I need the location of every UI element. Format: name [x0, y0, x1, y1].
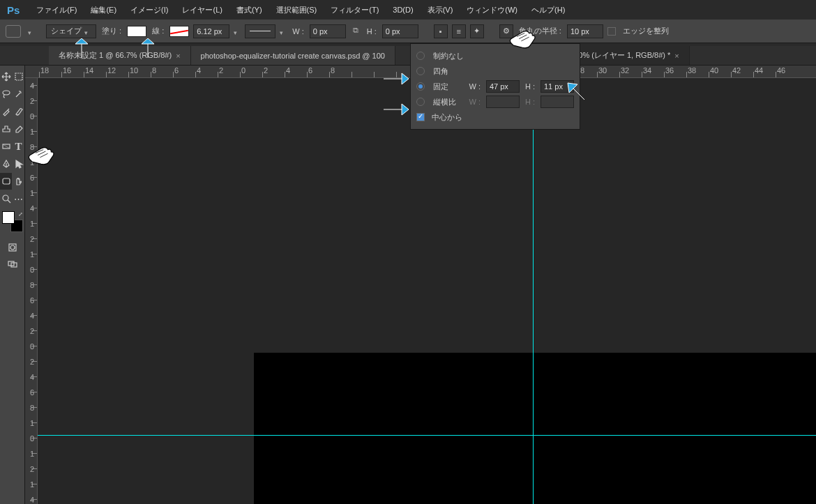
swap-colors-icon[interactable]: ⤢	[18, 211, 23, 217]
menu-bar: Ps ファイル(F) 編集(E) イメージ(I) レイヤー(L) 書式(Y) 選…	[0, 0, 816, 20]
tab-label: 1600% (レイヤー 1, RGB/8#) *	[566, 50, 670, 61]
guide-horizontal[interactable]	[38, 435, 816, 436]
app-logo: Ps	[7, 4, 20, 16]
option-fixed[interactable]: 固定 W : H :	[416, 79, 574, 94]
prop-w-label: W :	[469, 98, 481, 106]
tool-preset-dropdown-icon[interactable]	[28, 28, 35, 35]
align-edges-checkbox[interactable]	[607, 27, 616, 36]
hand-tool[interactable]	[13, 173, 24, 190]
fixed-width-input[interactable]	[486, 80, 520, 93]
ruler-vertical: 4201816141210864202468101214	[25, 78, 38, 504]
screen-mode-icon[interactable]	[6, 256, 18, 273]
tab-label: photoshop-equalizer-tutorial create canv…	[201, 52, 385, 60]
fill-label: 塗り :	[102, 26, 121, 36]
gradient-tool[interactable]	[0, 138, 12, 155]
stroke-color-swatch[interactable]	[169, 26, 189, 37]
width-input[interactable]	[310, 24, 346, 38]
brush-tool[interactable]	[13, 103, 24, 120]
fill-color-swatch[interactable]	[127, 26, 146, 37]
radio-label: 固定	[433, 82, 448, 92]
options-bar: シェイプ 塗り : 線 : W : ⧉ H : ▪ ≡ ✦ ⚙ 角丸の半径 : …	[0, 20, 816, 43]
path-select-tool[interactable]	[13, 155, 24, 172]
fixed-h-label: H :	[525, 82, 535, 91]
stroke-width-dropdown-icon[interactable]	[234, 28, 241, 35]
move-tool[interactable]	[0, 68, 12, 85]
canvas[interactable]	[38, 78, 816, 504]
option-from-center[interactable]: 中心から	[416, 109, 574, 125]
svg-point-6	[10, 245, 15, 250]
stamp-tool[interactable]	[0, 121, 12, 137]
menu-image[interactable]: イメージ(I)	[126, 2, 172, 18]
menu-edit[interactable]: 編集(E)	[86, 2, 121, 18]
close-icon[interactable]: ×	[176, 52, 180, 60]
menu-filter[interactable]: フィルター(T)	[326, 2, 383, 18]
align-edges-label: エッジを整列	[623, 26, 669, 36]
radio-label: 制約なし	[433, 51, 464, 61]
width-label: W :	[292, 27, 304, 36]
document-tabs: 名称未設定 1 @ 66.7% (RGB/8#) × photoshop-equ…	[0, 46, 816, 66]
fixed-w-label: W :	[469, 82, 481, 91]
radio-label: 縦横比	[433, 97, 456, 107]
menu-help[interactable]: ヘルプ(H)	[527, 2, 569, 18]
canvas-image	[254, 353, 816, 504]
prop-h-label: H :	[525, 98, 535, 106]
magic-wand-tool[interactable]	[13, 86, 24, 102]
pen-tool[interactable]	[0, 155, 12, 172]
chevron-down-icon	[84, 28, 91, 35]
quickmask-icon[interactable]	[6, 239, 18, 256]
stroke-width-input[interactable]	[193, 24, 229, 38]
workspace: T ⋯ ⤢ 1816141210864202468283032343638404…	[0, 66, 816, 504]
menu-view[interactable]: 表示(V)	[423, 2, 458, 18]
doc-tab-2[interactable]: photoshop-equalizer-tutorial create canv…	[191, 46, 395, 65]
corner-radius-input[interactable]	[567, 24, 603, 38]
zoom-tool[interactable]	[0, 190, 12, 207]
prop-width-input	[486, 96, 520, 108]
guide-vertical[interactable]	[533, 78, 534, 504]
link-wh-icon[interactable]: ⧉	[350, 26, 361, 37]
fixed-height-input[interactable]	[541, 80, 574, 93]
menu-type[interactable]: 書式(Y)	[232, 2, 266, 18]
type-tool[interactable]: T	[13, 138, 24, 155]
svg-rect-0	[15, 73, 22, 80]
option-unconstrained[interactable]: 制約なし	[416, 48, 574, 63]
foreground-background-colors[interactable]: ⤢	[2, 211, 23, 232]
height-label: H :	[367, 27, 377, 36]
gear-icon[interactable]: ⚙	[499, 24, 513, 38]
menu-select[interactable]: 選択範囲(S)	[272, 2, 322, 18]
current-tool-preview[interactable]	[6, 25, 21, 38]
lasso-tool[interactable]	[0, 86, 12, 102]
stroke-style-select[interactable]	[245, 24, 275, 38]
radio-fixed[interactable]	[416, 82, 425, 91]
shape-mode-select[interactable]: シェイプ	[46, 24, 96, 38]
svg-point-4	[3, 195, 8, 201]
menu-layer[interactable]: レイヤー(L)	[178, 2, 226, 18]
eyedropper-tool[interactable]	[0, 103, 12, 120]
rectangle-tool[interactable]	[0, 173, 12, 190]
path-align-icon[interactable]: ▪	[434, 24, 448, 38]
marquee-tool[interactable]	[13, 68, 24, 85]
tab-label: 名称未設定 1 @ 66.7% (RGB/8#)	[59, 50, 172, 61]
radio-label: 四角	[433, 66, 448, 77]
from-center-checkbox[interactable]	[416, 113, 425, 121]
corner-radius-label: 角丸の半径 :	[519, 26, 561, 36]
svg-point-1	[3, 91, 10, 95]
radio-proportional[interactable]	[416, 98, 425, 106]
option-proportional[interactable]: 縦横比 W : H :	[416, 94, 574, 109]
path-operations-icon[interactable]: ✦	[470, 24, 484, 38]
option-square[interactable]: 四角	[416, 63, 574, 79]
eraser-tool[interactable]	[13, 121, 24, 137]
stroke-style-dropdown-icon[interactable]	[280, 28, 287, 35]
menu-window[interactable]: ウィンドウ(W)	[462, 2, 522, 18]
close-icon[interactable]: ×	[674, 52, 679, 60]
radio-unconstrained[interactable]	[416, 52, 425, 60]
radio-square[interactable]	[416, 67, 425, 75]
checkbox-label: 中心から	[432, 112, 462, 123]
foreground-color[interactable]	[2, 211, 15, 224]
more-tools-icon[interactable]: ⋯	[13, 190, 24, 207]
height-input[interactable]	[382, 24, 418, 38]
menu-3d[interactable]: 3D(D)	[388, 3, 417, 17]
path-arrange-icon[interactable]: ≡	[452, 24, 466, 38]
doc-tab-1[interactable]: 名称未設定 1 @ 66.7% (RGB/8#) ×	[49, 46, 191, 65]
menu-file[interactable]: ファイル(F)	[32, 2, 81, 18]
shape-options-dropdown: 制約なし 四角 固定 W : H : 縦横比 W : H : 中心から	[410, 43, 580, 130]
